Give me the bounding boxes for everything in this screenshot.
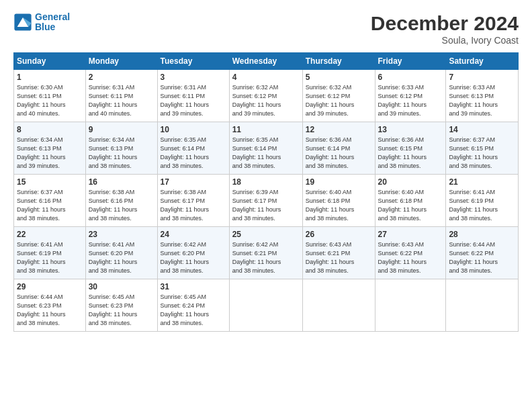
table-row: 12Sunrise: 6:36 AMSunset: 6:14 PMDayligh… (302, 122, 375, 175)
col-tuesday: Tuesday (157, 53, 229, 70)
table-row: 29Sunrise: 6:44 AMSunset: 6:23 PMDayligh… (14, 279, 86, 332)
calendar-row: 15Sunrise: 6:37 AMSunset: 6:16 PMDayligh… (14, 175, 519, 227)
table-row: 30Sunrise: 6:45 AMSunset: 6:23 PMDayligh… (85, 279, 157, 332)
day-info: Sunrise: 6:41 AMSunset: 6:19 PMDaylight:… (17, 241, 66, 273)
table-row: 10Sunrise: 6:35 AMSunset: 6:14 PMDayligh… (157, 122, 229, 175)
day-info: Sunrise: 6:34 AMSunset: 6:13 PMDaylight:… (17, 136, 66, 169)
day-number: 20 (378, 177, 443, 187)
day-info: Sunrise: 6:42 AMSunset: 6:20 PMDaylight:… (161, 241, 210, 273)
table-row: 17Sunrise: 6:38 AMSunset: 6:17 PMDayligh… (157, 175, 229, 227)
day-info: Sunrise: 6:34 AMSunset: 6:13 PMDaylight:… (89, 136, 138, 169)
title-block: December 2024 Soula, Ivory Coast (371, 12, 519, 46)
day-info: Sunrise: 6:38 AMSunset: 6:16 PMDaylight:… (89, 189, 138, 221)
calendar-row: 22Sunrise: 6:41 AMSunset: 6:19 PMDayligh… (14, 227, 519, 279)
table-row: 1Sunrise: 6:30 AMSunset: 6:11 PMDaylight… (14, 70, 86, 122)
day-info: Sunrise: 6:36 AMSunset: 6:15 PMDaylight:… (378, 136, 427, 169)
table-row (302, 279, 375, 332)
table-row: 16Sunrise: 6:38 AMSunset: 6:16 PMDayligh… (85, 175, 157, 227)
day-info: Sunrise: 6:35 AMSunset: 6:14 PMDaylight:… (232, 136, 281, 169)
table-row: 25Sunrise: 6:42 AMSunset: 6:21 PMDayligh… (229, 227, 302, 279)
table-row: 3Sunrise: 6:31 AMSunset: 6:11 PMDaylight… (157, 70, 229, 122)
table-row (446, 279, 519, 332)
day-info: Sunrise: 6:41 AMSunset: 6:20 PMDaylight:… (89, 241, 138, 273)
header: General Blue December 2024 Soula, Ivory … (13, 12, 519, 46)
day-info: Sunrise: 6:41 AMSunset: 6:19 PMDaylight:… (449, 189, 498, 221)
table-row: 5Sunrise: 6:32 AMSunset: 6:12 PMDaylight… (302, 70, 375, 122)
day-info: Sunrise: 6:43 AMSunset: 6:22 PMDaylight:… (378, 241, 427, 273)
table-row: 14Sunrise: 6:37 AMSunset: 6:15 PMDayligh… (446, 122, 519, 175)
table-row: 18Sunrise: 6:39 AMSunset: 6:17 PMDayligh… (229, 175, 302, 227)
day-info: Sunrise: 6:40 AMSunset: 6:18 PMDaylight:… (378, 189, 427, 221)
calendar-row: 8Sunrise: 6:34 AMSunset: 6:13 PMDaylight… (14, 122, 519, 175)
table-row: 19Sunrise: 6:40 AMSunset: 6:18 PMDayligh… (302, 175, 375, 227)
day-number: 26 (306, 229, 372, 240)
day-info: Sunrise: 6:39 AMSunset: 6:17 PMDaylight:… (232, 189, 281, 221)
day-info: Sunrise: 6:31 AMSunset: 6:11 PMDaylight:… (89, 84, 138, 116)
day-info: Sunrise: 6:37 AMSunset: 6:15 PMDaylight:… (449, 136, 498, 169)
table-row: 24Sunrise: 6:42 AMSunset: 6:20 PMDayligh… (157, 227, 229, 279)
table-row (229, 279, 302, 332)
day-number: 11 (232, 124, 300, 135)
day-number: 9 (89, 124, 154, 135)
day-number: 25 (232, 229, 300, 240)
day-number: 31 (161, 281, 226, 292)
calendar-table: Sunday Monday Tuesday Wednesday Thursday… (13, 52, 519, 332)
table-row: 2Sunrise: 6:31 AMSunset: 6:11 PMDaylight… (85, 70, 157, 122)
col-saturday: Saturday (446, 53, 519, 70)
day-number: 18 (232, 177, 300, 187)
day-number: 29 (17, 281, 83, 292)
table-row: 22Sunrise: 6:41 AMSunset: 6:19 PMDayligh… (14, 227, 86, 279)
table-row: 20Sunrise: 6:40 AMSunset: 6:18 PMDayligh… (375, 175, 446, 227)
day-number: 12 (306, 124, 372, 135)
col-wednesday: Wednesday (229, 53, 302, 70)
table-row: 9Sunrise: 6:34 AMSunset: 6:13 PMDaylight… (85, 122, 157, 175)
day-number: 19 (306, 177, 372, 187)
day-info: Sunrise: 6:32 AMSunset: 6:12 PMDaylight:… (232, 84, 281, 116)
day-info: Sunrise: 6:32 AMSunset: 6:12 PMDaylight:… (306, 84, 355, 116)
day-number: 5 (306, 72, 372, 83)
day-info: Sunrise: 6:42 AMSunset: 6:21 PMDaylight:… (232, 241, 281, 273)
table-row: 15Sunrise: 6:37 AMSunset: 6:16 PMDayligh… (14, 175, 86, 227)
table-row: 7Sunrise: 6:33 AMSunset: 6:13 PMDaylight… (446, 70, 519, 122)
day-info: Sunrise: 6:44 AMSunset: 6:23 PMDaylight:… (17, 293, 66, 326)
day-number: 23 (89, 229, 154, 240)
day-info: Sunrise: 6:30 AMSunset: 6:11 PMDaylight:… (17, 84, 66, 116)
day-number: 8 (17, 124, 83, 135)
calendar-row: 29Sunrise: 6:44 AMSunset: 6:23 PMDayligh… (14, 279, 519, 332)
day-info: Sunrise: 6:35 AMSunset: 6:14 PMDaylight:… (161, 136, 210, 169)
day-number: 30 (89, 281, 154, 292)
table-row (375, 279, 446, 332)
day-number: 3 (161, 72, 226, 83)
day-info: Sunrise: 6:38 AMSunset: 6:17 PMDaylight:… (161, 189, 210, 221)
table-row: 6Sunrise: 6:33 AMSunset: 6:12 PMDaylight… (375, 70, 446, 122)
day-info: Sunrise: 6:33 AMSunset: 6:12 PMDaylight:… (378, 84, 427, 116)
day-info: Sunrise: 6:37 AMSunset: 6:16 PMDaylight:… (17, 189, 66, 221)
header-row: Sunday Monday Tuesday Wednesday Thursday… (14, 53, 519, 70)
table-row: 13Sunrise: 6:36 AMSunset: 6:15 PMDayligh… (375, 122, 446, 175)
day-info: Sunrise: 6:40 AMSunset: 6:18 PMDaylight:… (306, 189, 355, 221)
day-number: 4 (232, 72, 300, 83)
day-number: 1 (17, 72, 83, 83)
logo: General Blue (13, 12, 70, 33)
day-number: 13 (378, 124, 443, 135)
day-info: Sunrise: 6:33 AMSunset: 6:13 PMDaylight:… (449, 84, 498, 116)
day-number: 28 (449, 229, 515, 240)
day-number: 15 (17, 177, 83, 187)
calendar-body: 1Sunrise: 6:30 AMSunset: 6:11 PMDaylight… (14, 70, 519, 332)
col-monday: Monday (85, 53, 157, 70)
logo-text: General Blue (35, 12, 70, 33)
col-thursday: Thursday (302, 53, 375, 70)
table-row: 23Sunrise: 6:41 AMSunset: 6:20 PMDayligh… (85, 227, 157, 279)
calendar-row: 1Sunrise: 6:30 AMSunset: 6:11 PMDaylight… (14, 70, 519, 122)
day-number: 14 (449, 124, 515, 135)
day-number: 16 (89, 177, 154, 187)
day-number: 17 (161, 177, 226, 187)
col-sunday: Sunday (14, 53, 86, 70)
day-info: Sunrise: 6:31 AMSunset: 6:11 PMDaylight:… (161, 84, 210, 116)
day-number: 2 (89, 72, 154, 83)
table-row: 31Sunrise: 6:45 AMSunset: 6:24 PMDayligh… (157, 279, 229, 332)
day-info: Sunrise: 6:45 AMSunset: 6:24 PMDaylight:… (161, 293, 210, 326)
logo-icon (13, 13, 32, 32)
day-info: Sunrise: 6:44 AMSunset: 6:22 PMDaylight:… (449, 241, 498, 273)
col-friday: Friday (375, 53, 446, 70)
